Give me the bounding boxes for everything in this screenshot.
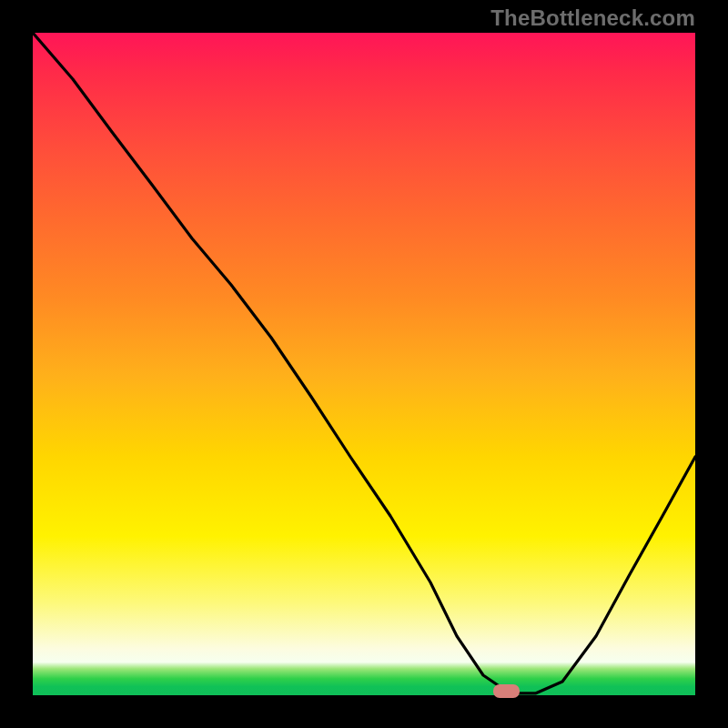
watermark-text: TheBottleneck.com	[490, 5, 695, 31]
minimum-marker	[493, 684, 520, 698]
curve-svg	[33, 33, 695, 695]
chart-container: TheBottleneck.com	[0, 0, 728, 728]
plot-area	[33, 33, 695, 695]
bottleneck-curve	[33, 33, 695, 693]
